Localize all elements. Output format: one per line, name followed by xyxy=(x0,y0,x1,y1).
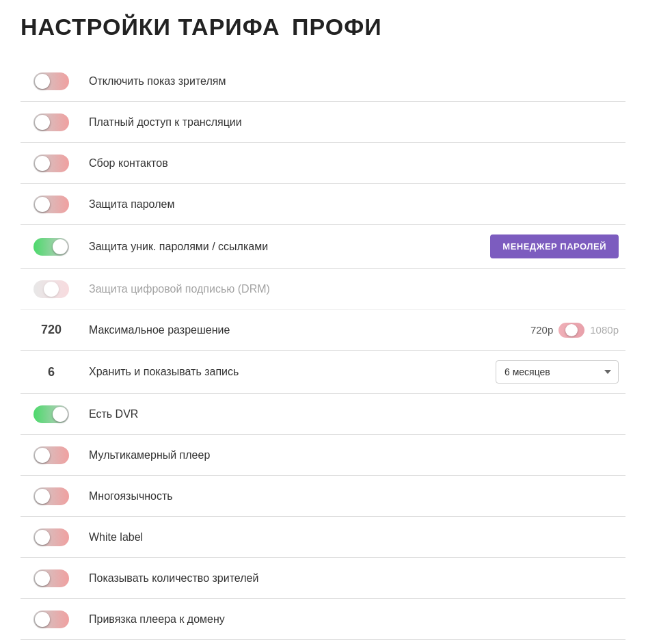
setting-row: Есть DVR xyxy=(21,394,625,435)
toggle-thumb-multilang xyxy=(35,489,50,504)
resolution-toggle: 720р1080р xyxy=(530,323,619,338)
setting-label-disable-viewers: Отключить показ зрителям xyxy=(82,75,625,88)
res-switch[interactable] xyxy=(558,323,584,338)
toggle-col-show-viewers-count xyxy=(21,569,82,587)
setting-label-password-protection: Защита паролем xyxy=(82,198,625,211)
setting-row: 6Хранить и показывать запись1 месяц3 мес… xyxy=(21,351,625,394)
setting-row: Показывать количество зрителей xyxy=(21,558,625,599)
setting-row: Сбор контактов xyxy=(21,143,625,184)
toggle-col-unique-passwords xyxy=(21,238,82,256)
toggle-col-multilang xyxy=(21,487,82,505)
control-col-unique-passwords: МЕНЕДЖЕР ПАРОЛЕЙ xyxy=(490,234,625,258)
toggle-col-disable-viewers xyxy=(21,72,82,90)
setting-label-paid-access: Платный доступ к трансляции xyxy=(82,116,625,129)
res-switch-thumb xyxy=(565,324,578,336)
toggle-show-viewers-count[interactable] xyxy=(33,569,69,587)
res-label-1080: 1080р xyxy=(590,324,619,336)
setting-label-multilang: Многоязычность xyxy=(82,490,625,502)
control-col-max-resolution: 720р1080р xyxy=(530,323,625,338)
toggle-col-paid-access xyxy=(21,113,82,131)
toggle-white-label[interactable] xyxy=(33,528,69,546)
toggle-multicam-player[interactable] xyxy=(33,446,69,464)
toggle-thumb-dvr xyxy=(53,407,68,422)
setting-label-dvr: Есть DVR xyxy=(82,408,625,420)
setting-row: White label xyxy=(21,517,625,558)
toggle-password-protection[interactable] xyxy=(33,196,69,213)
toggle-thumb-white-label xyxy=(35,530,50,545)
dropdown-store-recording[interactable]: 1 месяц3 месяца6 месяцев12 месяцевНе огр… xyxy=(496,360,619,384)
toggle-domain-binding[interactable] xyxy=(33,611,69,628)
setting-label-max-resolution: Максимальное разрешение xyxy=(82,324,530,336)
toggle-thumb-collect-contacts xyxy=(35,156,50,171)
setting-label-domain-binding: Привязка плеера к домену xyxy=(82,613,625,626)
toggle-thumb-drm-protection xyxy=(44,282,59,297)
num-badge-max-resolution: 720 xyxy=(33,323,69,337)
toggle-thumb-show-viewers-count xyxy=(35,571,50,586)
setting-label-multicam-player: Мультикамерный плеер xyxy=(82,449,625,461)
toggle-thumb-paid-access xyxy=(35,115,50,130)
num-badge-store-recording: 6 xyxy=(33,365,69,379)
toggle-disable-viewers[interactable] xyxy=(33,72,69,90)
toggle-multilang[interactable] xyxy=(33,487,69,505)
setting-row: Защита цифровой подписью (DRM) xyxy=(21,269,625,310)
toggle-thumb-domain-binding xyxy=(35,612,50,627)
toggle-col-password-protection xyxy=(21,196,82,213)
setting-row: 720Максимальное разрешение720р1080р xyxy=(21,310,625,351)
toggle-col-multicam-player xyxy=(21,446,82,464)
toggle-col-dvr xyxy=(21,405,82,423)
res-label-720: 720р xyxy=(530,324,553,336)
password-manager-button[interactable]: МЕНЕДЖЕР ПАРОЛЕЙ xyxy=(490,234,619,258)
toggle-col-max-resolution: 720 xyxy=(21,323,82,337)
setting-row: Защита паролем xyxy=(21,184,625,225)
settings-list: Отключить показ зрителямПлатный доступ к… xyxy=(21,61,625,644)
toggle-col-drm-protection xyxy=(21,280,82,298)
setting-row: Привязка плеера к домену xyxy=(21,599,625,640)
toggle-col-white-label xyxy=(21,528,82,546)
setting-label-white-label: White label xyxy=(82,531,625,544)
toggle-dvr[interactable] xyxy=(33,405,69,423)
toggle-thumb-disable-viewers xyxy=(35,74,50,89)
toggle-drm-protection xyxy=(33,280,69,298)
setting-label-collect-contacts: Сбор контактов xyxy=(82,157,625,170)
toggle-thumb-unique-passwords xyxy=(53,239,68,254)
setting-label-store-recording: Хранить и показывать запись xyxy=(82,366,496,378)
toggle-thumb-multicam-player xyxy=(35,448,50,463)
page-title: Настройки тарифа ПРОФИ xyxy=(21,14,625,40)
setting-row: Мультикамерный плеер xyxy=(21,435,625,476)
toggle-collect-contacts[interactable] xyxy=(33,155,69,172)
setting-label-show-viewers-count: Показывать количество зрителей xyxy=(82,572,625,585)
setting-row: Чат / комментарииЧат открытЧат закрытКом… xyxy=(21,640,625,644)
control-col-store-recording: 1 месяц3 месяца6 месяцев12 месяцевНе огр… xyxy=(496,360,625,384)
toggle-thumb-password-protection xyxy=(35,197,50,212)
toggle-col-collect-contacts xyxy=(21,155,82,172)
toggle-unique-passwords[interactable] xyxy=(33,238,69,256)
toggle-col-domain-binding xyxy=(21,611,82,628)
toggle-paid-access[interactable] xyxy=(33,113,69,131)
toggle-col-store-recording: 6 xyxy=(21,365,82,379)
setting-row: Отключить показ зрителям xyxy=(21,61,625,102)
setting-label-unique-passwords: Защита уник. паролями / ссылками xyxy=(82,241,490,253)
setting-row: Многоязычность xyxy=(21,476,625,517)
setting-row: Защита уник. паролями / ссылкамиМЕНЕДЖЕР… xyxy=(21,225,625,269)
setting-label-drm-protection: Защита цифровой подписью (DRM) xyxy=(82,283,625,295)
setting-row: Платный доступ к трансляции xyxy=(21,102,625,143)
